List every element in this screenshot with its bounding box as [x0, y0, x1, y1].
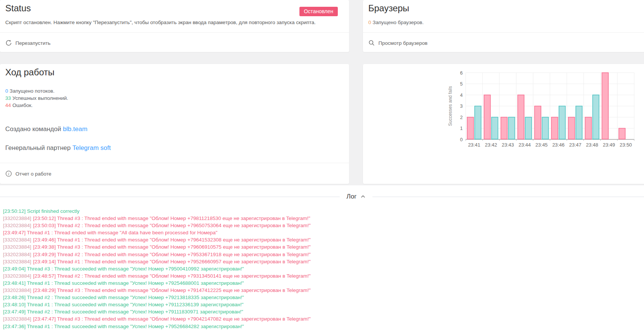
info-icon: i	[5, 170, 12, 177]
threads-count: 0	[5, 88, 8, 94]
divider	[372, 197, 644, 197]
svg-text:23:45: 23:45	[535, 142, 548, 148]
log-line-text: [23:49:46] Thread #1 : Thread ended with…	[33, 237, 311, 243]
log-line-text: [23:48:10] Thread #1 : Thread succeeded …	[3, 302, 243, 307]
log-line: [332023884][23:49:14] Thread #1 : Thread…	[3, 258, 644, 265]
svg-text:1: 1	[460, 126, 463, 131]
log-title: Лог	[346, 193, 357, 200]
restart-button[interactable]: Перезапустить	[5, 37, 50, 49]
refresh-icon	[5, 40, 12, 46]
divider	[0, 32, 349, 33]
log-line-text: [23:50:03] Thread #2 : Thread ended with…	[33, 223, 311, 228]
log-line: [332023884][23:48:29] Thread #3 : Thread…	[3, 287, 644, 294]
browsers-count: 0	[368, 20, 371, 25]
log-line: [332023884][23:49:38] Thread #3 : Thread…	[3, 243, 644, 251]
report-button-label: Отчет о работе	[15, 171, 51, 177]
log-line-text: [23:48:41] Thread #1 : Thread succeeded …	[3, 280, 244, 286]
partner-label: Генеральный партнер	[5, 144, 71, 151]
status-description: Скрипт остановлен. Нажмите кнопку "Перез…	[5, 20, 342, 25]
log-line: [332023884][23:49:29] Thread #2 : Thread…	[3, 251, 644, 258]
log-line: [23:48:10] Thread #1 : Thread succeeded …	[3, 301, 644, 308]
view-browsers-button[interactable]: Просмотр браузеров	[368, 37, 428, 49]
chart-card: 012345623:4123:4223:4323:4423:4523:4623:…	[363, 64, 644, 184]
restart-button-label: Перезапустить	[15, 40, 50, 46]
divider	[363, 32, 644, 33]
log-line-prefix: [332023884]	[3, 316, 31, 322]
svg-text:23:43: 23:43	[502, 142, 514, 148]
log-line-prefix: [332023884]	[3, 223, 31, 228]
log-line-prefix: [332023884]	[3, 287, 31, 293]
log-line: [23:48:26] Thread #2 : Thread succeeded …	[3, 294, 644, 301]
svg-text:0: 0	[460, 137, 463, 142]
log-line: [23:50:12] Script finished correctly	[3, 208, 644, 215]
log-line-text: [23:48:26] Thread #2 : Thread succeeded …	[3, 295, 244, 300]
log-line: [332023884][23:50:12] Thread #3 : Thread…	[3, 215, 644, 222]
success-stat-line: 33Успешных выполнений.	[5, 95, 68, 102]
log-line-text: [23:50:12] Thread #3 : Thread ended with…	[33, 215, 310, 221]
svg-text:23:49: 23:49	[603, 142, 615, 148]
log-line-text: [23:49:38] Thread #3 : Thread ended with…	[33, 244, 311, 250]
log-line: [23:49:04] Thread #3 : Thread succeeded …	[3, 265, 644, 272]
log-line-text: [23:47:49] Thread #2 : Thread succeeded …	[3, 309, 243, 315]
report-button[interactable]: i Отчет о работе	[5, 168, 51, 179]
log-line: [23:49:47] Thread #1 : Thread ended with…	[3, 229, 644, 236]
svg-text:6: 6	[460, 70, 463, 76]
log-line: [332023884][23:47:47] Thread #3 : Thread…	[3, 315, 644, 322]
svg-text:4: 4	[460, 93, 463, 98]
search-icon	[368, 40, 375, 46]
log-line-text: [23:47:47] Thread #3 : Thread ended with…	[33, 316, 311, 322]
telegram-soft-link[interactable]: Telegram soft	[72, 144, 111, 151]
status-badge: Остановлен	[299, 7, 338, 16]
svg-text:23:44: 23:44	[519, 142, 531, 148]
log-line-prefix: [332023884]	[3, 244, 31, 250]
created-by-line: Создано командой blb.team	[5, 125, 87, 133]
success-count: 33	[5, 95, 11, 101]
browsers-card: Браузеры 0Запущено браузеров. Просмотр б…	[363, 0, 644, 52]
log-line: [23:48:41] Thread #1 : Thread succeeded …	[3, 280, 644, 287]
log-list: [23:50:12] Script finished correctly [33…	[3, 208, 644, 330]
log-line-text: [23:49:04] Thread #3 : Thread succeeded …	[3, 266, 244, 272]
svg-text:23:48: 23:48	[586, 142, 598, 148]
svg-text:Successes and fails: Successes and fails	[448, 86, 453, 126]
errors-count: 44	[5, 102, 11, 108]
svg-text:23:46: 23:46	[552, 142, 565, 148]
svg-text:3: 3	[460, 104, 463, 109]
svg-text:23:42: 23:42	[485, 142, 497, 148]
errors-stat-line: 44Ошибок.	[5, 102, 68, 109]
threads-label: Запущено потоков.	[10, 88, 55, 94]
log-section: Лог [23:50:12] Script finished correctly…	[0, 185, 644, 330]
log-line-text: [23:47:36] Thread #1 : Thread succeeded …	[3, 324, 244, 329]
log-line-prefix: [332023884]	[3, 259, 31, 264]
svg-text:2: 2	[460, 115, 463, 120]
log-header: Лог	[0, 193, 644, 200]
svg-text:i: i	[8, 171, 9, 176]
browsers-count-line: 0Запущено браузеров.	[368, 20, 424, 25]
svg-text:23:50: 23:50	[620, 142, 632, 148]
log-line: [23:47:36] Thread #1 : Thread succeeded …	[3, 323, 644, 330]
log-line-text: [23:49:29] Thread #2 : Thread ended with…	[33, 252, 311, 257]
created-by-label: Создано командой	[5, 125, 61, 133]
divider	[0, 163, 349, 163]
progress-card-title: Ход работы	[5, 67, 55, 78]
log-line-text: [23:49:47] Thread #1 : Thread ended with…	[3, 230, 217, 235]
browsers-card-title: Браузеры	[368, 3, 409, 14]
log-line-text: [23:50:12] Script finished correctly	[3, 208, 79, 214]
status-card: Status Остановлен Скрипт остановлен. Наж…	[0, 0, 349, 52]
log-line: [332023884][23:50:03] Thread #2 : Thread…	[3, 222, 644, 229]
progress-card: Ход работы 0Запущено потоков. 33Успешных…	[0, 64, 349, 184]
status-card-title: Status	[5, 3, 31, 14]
svg-text:23:41: 23:41	[468, 142, 480, 148]
divider	[0, 197, 340, 197]
partner-line: Генеральный партнер Telegram soft	[5, 144, 111, 152]
blb-team-link[interactable]: blb.team	[63, 125, 87, 133]
progress-stats: 0Запущено потоков. 33Успешных выполнений…	[5, 87, 68, 109]
svg-text:5: 5	[460, 81, 463, 87]
app-root: Status Остановлен Скрипт остановлен. Наж…	[0, 0, 644, 330]
log-line-prefix: [332023884]	[3, 215, 31, 221]
log-collapse-toggle[interactable]: Лог	[346, 193, 366, 200]
view-browsers-label: Просмотр браузеров	[378, 40, 428, 46]
log-line-text: [23:49:14] Thread #1 : Thread ended with…	[33, 259, 311, 264]
log-line-text: [23:48:29] Thread #3 : Thread ended with…	[33, 287, 311, 293]
successes-fails-chart: 012345623:4123:4223:4323:4423:4523:4623:…	[448, 68, 639, 154]
log-line-prefix: [332023884]	[3, 273, 31, 279]
